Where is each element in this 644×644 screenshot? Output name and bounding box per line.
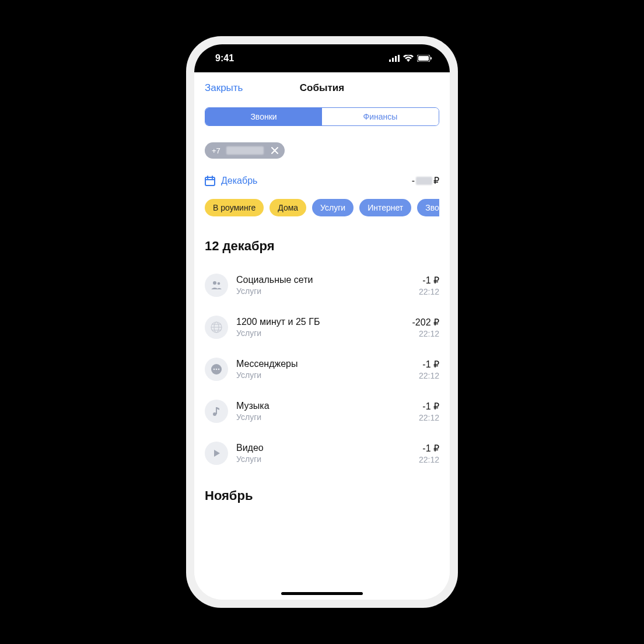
transaction-row[interactable]: ВидеоУслуги-1 ₽22:12 [205,432,439,474]
filter-chip-1[interactable]: Дома [270,199,306,216]
wifi-icon [403,55,414,62]
month-amount: - ₽ [412,175,439,186]
transaction-title: Социальные сети [236,275,411,285]
transaction-right: -1 ₽22:12 [419,401,439,422]
transaction-title: Видео [236,443,411,453]
svg-rect-6 [430,57,432,60]
home-indicator[interactable] [281,592,363,595]
close-icon[interactable] [270,145,280,156]
filter-chip-0[interactable]: В роуминге [205,199,264,216]
amount-redacted [416,177,432,185]
calendar-icon [205,176,215,186]
section-heading-1: 12 декабря [205,239,439,254]
transaction-amount: -1 ₽ [419,443,439,454]
transaction-body: МузыкаУслуги [236,401,411,422]
globe-icon [205,316,228,339]
phone-prefix: +7 [212,146,220,155]
filter-chip-4[interactable]: Звонки [417,199,439,216]
svg-point-12 [218,282,220,285]
svg-rect-2 [395,56,397,62]
transaction-time: 22:12 [419,371,439,380]
transaction-body: ВидеоУслуги [236,443,411,464]
transaction-title: Музыка [236,401,411,411]
filter-chip-2[interactable]: Услуги [312,199,354,216]
music-icon [205,400,228,423]
transaction-category: Услуги [236,328,404,338]
page-title: События [300,82,344,94]
transaction-time: 22:12 [412,329,439,338]
svg-rect-23 [216,407,217,414]
transaction-amount: -1 ₽ [419,359,439,370]
transaction-time: 22:12 [419,413,439,422]
phone-frame: 9:41 Закрыть События Звонки Финансы [186,36,458,608]
svg-rect-0 [389,60,391,62]
month-selector[interactable]: Декабрь [205,176,257,186]
svg-point-21 [218,369,220,370]
amount-currency: ₽ [433,175,439,186]
transaction-time: 22:12 [419,287,439,296]
phone-screen: 9:41 Закрыть События Звонки Финансы [194,44,450,600]
transaction-amount: -1 ₽ [419,275,439,286]
transaction-category: Услуги [236,454,411,464]
transaction-time: 22:12 [419,455,439,464]
svg-point-20 [216,369,218,370]
month-label: Декабрь [221,176,257,186]
segmented-control: Звонки Финансы [205,107,439,126]
segment-calls[interactable]: Звонки [205,108,322,125]
transaction-amount: -202 ₽ [412,317,439,328]
transaction-row[interactable]: 1200 минут и 25 ГБУслуги-202 ₽22:12 [205,306,439,348]
close-button[interactable]: Закрыть [205,82,243,94]
transaction-right: -1 ₽22:12 [419,443,439,464]
play-icon [205,442,228,465]
transaction-category: Услуги [236,370,411,380]
transaction-body: Социальные сетиУслуги [236,275,411,296]
svg-point-19 [214,369,215,370]
people-icon [205,274,228,297]
svg-rect-5 [418,56,429,61]
chat-icon [205,358,228,381]
battery-icon [417,55,432,62]
svg-rect-7 [205,177,215,186]
transaction-right: -1 ₽22:12 [419,359,439,380]
transaction-right: -202 ₽22:12 [412,317,439,338]
filter-chips-row[interactable]: В роумингеДомаУслугиИнтернетЗвонки [205,199,439,216]
notch [267,44,377,63]
svg-rect-1 [392,58,394,62]
transaction-category: Услуги [236,412,411,422]
filter-chip-3[interactable]: Интернет [359,199,411,216]
status-icons [389,55,432,62]
transaction-row[interactable]: Социальные сетиУслуги-1 ₽22:12 [205,264,439,306]
transaction-amount: -1 ₽ [419,401,439,412]
signal-icon [389,55,400,62]
segment-finance[interactable]: Финансы [322,108,439,125]
status-time: 9:41 [215,53,234,64]
svg-rect-3 [398,55,400,62]
transaction-title: 1200 минут и 25 ГБ [236,317,404,327]
content: Звонки Финансы +7 Декабрь - [194,104,450,600]
transaction-category: Услуги [236,286,411,296]
svg-point-11 [213,281,216,285]
phone-number-chip[interactable]: +7 [205,142,285,159]
transaction-body: 1200 минут и 25 ГБУслуги [236,317,404,338]
transaction-title: Мессенджеры [236,359,411,369]
phone-number-redacted [226,146,264,155]
transaction-body: МессенджерыУслуги [236,359,411,380]
month-row: Декабрь - ₽ [205,175,439,186]
nav-bar: Закрыть События [194,72,450,104]
section-heading-2: Ноябрь [205,488,439,503]
transaction-row[interactable]: МессенджерыУслуги-1 ₽22:12 [205,348,439,390]
transaction-list: Социальные сетиУслуги-1 ₽22:121200 минут… [205,264,439,474]
transaction-right: -1 ₽22:12 [419,275,439,296]
amount-prefix: - [412,176,415,186]
transaction-row[interactable]: МузыкаУслуги-1 ₽22:12 [205,390,439,432]
